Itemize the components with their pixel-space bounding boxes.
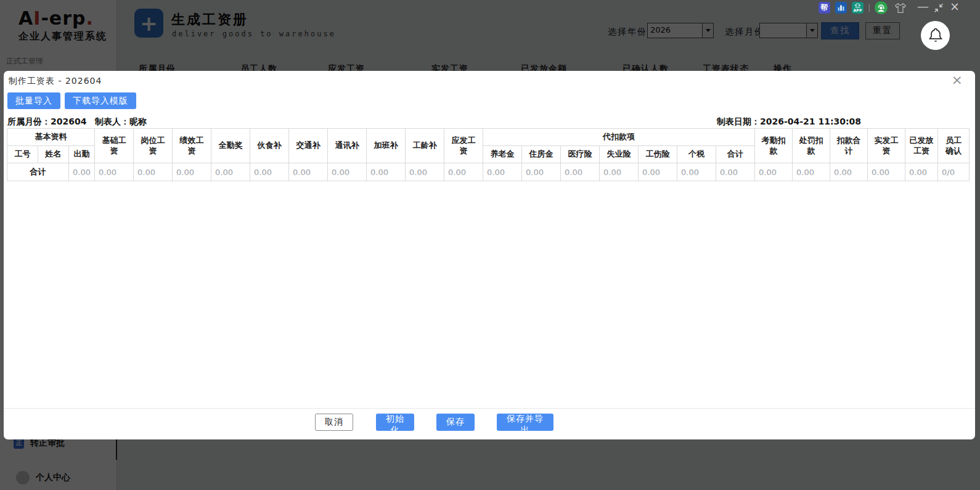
column-header: 交通补	[289, 129, 328, 163]
notification-bell-button[interactable]	[921, 21, 950, 50]
make-payroll-modal: 制作工资表 - 202604 × 批量导入 下载导入模版 所属月份：202604…	[4, 71, 975, 439]
total-cell: 0.00	[905, 163, 938, 181]
total-cell: 0.00	[716, 163, 755, 181]
meta-date: 制表日期：2026-04-21 11:30:08	[717, 116, 861, 128]
column-header: 基础工资	[95, 129, 134, 163]
total-cell: 0.00	[69, 163, 95, 181]
total-label: 合计	[7, 163, 69, 181]
total-cell: 0.00	[406, 163, 444, 181]
close-icon[interactable]: ×	[952, 73, 963, 87]
column-header: 工号	[7, 146, 38, 163]
titlebar-separator: |	[868, 3, 870, 12]
column-header: 工伤险	[639, 146, 677, 163]
group-header-deductions: 代扣款项	[483, 129, 755, 146]
total-cell: 0.00	[444, 163, 483, 181]
table-total-row: 合计0.000.000.000.000.000.000.000.000.000.…	[7, 163, 970, 181]
svg-text:APP: APP	[854, 8, 862, 12]
help-badge-icon[interactable]: 帮	[819, 2, 830, 14]
column-header: 应发工资	[444, 129, 483, 163]
meta-month: 所属月份：202604	[7, 116, 86, 128]
column-header: 加班补	[367, 129, 406, 163]
column-header: 全勤奖	[211, 129, 250, 163]
total-cell: 0.00	[483, 163, 522, 181]
column-header: 实发工资	[868, 129, 905, 163]
batch-import-button[interactable]: 批量导入	[7, 92, 60, 109]
column-header: 员工确认	[938, 129, 970, 163]
column-header: 合计	[716, 146, 755, 163]
footer-divider	[4, 408, 975, 409]
column-header: 医疗险	[561, 146, 600, 163]
total-cell: 0.00	[250, 163, 289, 181]
column-header: 个税	[677, 146, 716, 163]
column-header: 养老金	[483, 146, 522, 163]
column-header: 岗位工资	[134, 129, 173, 163]
total-cell: 0.00	[211, 163, 250, 181]
initialize-button[interactable]: 初始化	[376, 414, 414, 431]
total-cell: 0.00	[522, 163, 561, 181]
group-header-basic: 基本资料	[7, 129, 95, 146]
save-and-export-button[interactable]: 保存并导出	[497, 414, 553, 431]
close-window-button[interactable]: ×	[950, 1, 960, 12]
column-header: 绩效工资	[173, 129, 211, 163]
skin-tshirt-icon[interactable]	[894, 2, 907, 16]
column-header: 工龄补	[406, 129, 444, 163]
column-header: 姓名	[38, 146, 69, 163]
total-cell: 0.00	[830, 163, 868, 181]
total-cell: 0.00	[173, 163, 211, 181]
total-cell: 0.00	[134, 163, 173, 181]
total-cell: 0.00	[755, 163, 793, 181]
stats-badge-icon[interactable]	[835, 2, 847, 14]
total-confirm-cell: 0/0	[938, 163, 970, 181]
total-cell: 0.00	[328, 163, 367, 181]
total-cell: 0.00	[793, 163, 830, 181]
bell-icon	[928, 27, 944, 44]
table-header-row-1: 基本资料基础工资岗位工资绩效工资全勤奖伙食补交通补通讯补加班补工龄补应发工资代扣…	[7, 129, 970, 146]
column-header: 通讯补	[328, 129, 367, 163]
column-header: 出勤	[69, 146, 95, 163]
column-header: 失业险	[600, 146, 639, 163]
meta-creator: 制表人：昵称	[95, 116, 147, 128]
total-cell: 0.00	[367, 163, 406, 181]
modal-title: 制作工资表 - 202604	[9, 76, 102, 87]
column-header: 伙食补	[250, 129, 289, 163]
total-cell: 0.00	[600, 163, 639, 181]
salary-table: 基本资料基础工资岗位工资绩效工资全勤奖伙食补交通补通讯补加班补工龄补应发工资代扣…	[7, 128, 970, 181]
minimize-button[interactable]: —	[917, 1, 929, 12]
total-cell: 0.00	[95, 163, 134, 181]
customer-service-icon[interactable]	[875, 1, 888, 17]
column-header: 已发放工资	[905, 129, 938, 163]
save-button[interactable]: 保存	[436, 414, 475, 431]
total-cell: 0.00	[868, 163, 905, 181]
total-cell: 0.00	[677, 163, 716, 181]
restore-window-button[interactable]	[934, 3, 944, 15]
column-header: 考勤扣款	[755, 129, 793, 163]
total-cell: 0.00	[561, 163, 600, 181]
cancel-button[interactable]: 取消	[315, 414, 353, 431]
column-header: 住房金	[522, 146, 561, 163]
column-header: 扣款合计	[830, 129, 868, 163]
column-header: 处罚扣款	[793, 129, 830, 163]
app-badge-icon[interactable]: APP	[852, 2, 864, 14]
download-template-button[interactable]: 下载导入模版	[65, 92, 136, 109]
total-cell: 0.00	[289, 163, 328, 181]
total-cell: 0.00	[639, 163, 677, 181]
